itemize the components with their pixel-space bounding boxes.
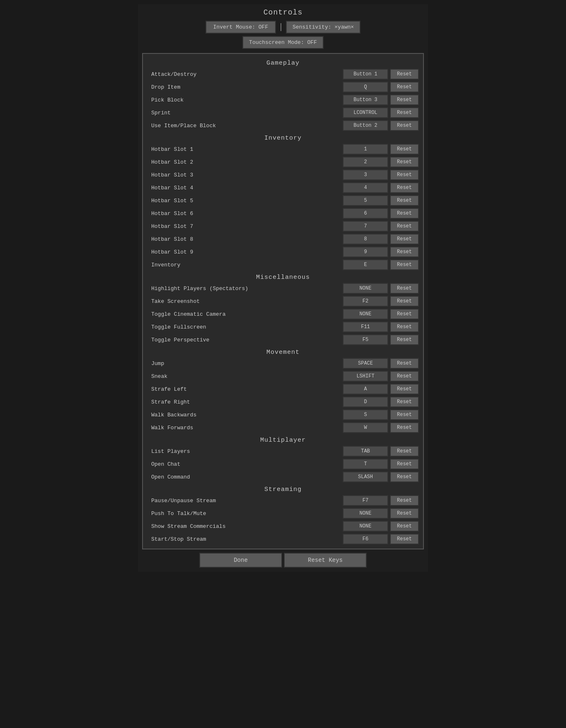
binding-key-stream-commercials[interactable]: NONE: [343, 521, 388, 532]
touchscreen-button[interactable]: Touchscreen Mode: OFF: [242, 36, 324, 49]
binding-row-stream-commercials: Show Stream Commercials NONE Reset: [147, 520, 419, 532]
binding-key-walk-back[interactable]: S: [343, 409, 388, 420]
binding-key-screenshot[interactable]: F2: [343, 296, 388, 307]
binding-label-strafe-left: Strafe Left: [147, 386, 343, 392]
reset-strafe-right[interactable]: Reset: [390, 397, 419, 407]
reset-drop[interactable]: Reset: [390, 82, 419, 92]
reset-push-talk[interactable]: Reset: [390, 508, 419, 519]
reset-keys-button[interactable]: Reset Keys: [284, 553, 367, 568]
binding-row-drop: Drop Item Q Reset: [147, 81, 419, 93]
binding-key-hotbar7[interactable]: 7: [343, 221, 388, 232]
reset-sprint[interactable]: Reset: [390, 107, 419, 118]
binding-label-hotbar9: Hotbar Slot 9: [147, 249, 343, 255]
binding-key-fullscreen[interactable]: F11: [343, 322, 388, 332]
binding-row-hotbar6: Hotbar Slot 6 6 Reset: [147, 208, 419, 219]
binding-label-hotbar6: Hotbar Slot 6: [147, 210, 343, 217]
binding-row-hotbar4: Hotbar Slot 4 4 Reset: [147, 182, 419, 193]
binding-key-strafe-left[interactable]: A: [343, 384, 388, 394]
binding-key-hotbar8[interactable]: 8: [343, 234, 388, 244]
binding-key-useitem[interactable]: Button 2: [343, 120, 388, 131]
binding-row-pick: Pick Block Button 3 Reset: [147, 94, 419, 106]
reset-attack[interactable]: Reset: [390, 69, 419, 80]
invert-mouse-button[interactable]: Invert Mouse: OFF: [206, 21, 276, 34]
binding-key-attack[interactable]: Button 1: [343, 69, 388, 80]
reset-start-stop-stream[interactable]: Reset: [390, 534, 419, 544]
binding-key-hotbar2[interactable]: 2: [343, 157, 388, 167]
binding-row-hotbar1: Hotbar Slot 1 1 Reset: [147, 143, 419, 155]
binding-row-hotbar9: Hotbar Slot 9 9 Reset: [147, 246, 419, 258]
reset-cinematic[interactable]: Reset: [390, 309, 419, 319]
reset-hotbar4[interactable]: Reset: [390, 182, 419, 193]
done-button[interactable]: Done: [199, 553, 282, 568]
binding-key-push-talk[interactable]: NONE: [343, 508, 388, 519]
binding-key-jump[interactable]: SPACE: [343, 358, 388, 369]
reset-pick[interactable]: Reset: [390, 94, 419, 105]
sensitivity-button[interactable]: Sensitivity: ×yawn×: [286, 21, 360, 34]
reset-hotbar2[interactable]: Reset: [390, 157, 419, 167]
reset-walk-back[interactable]: Reset: [390, 409, 419, 420]
binding-row-attack: Attack/Destroy Button 1 Reset: [147, 68, 419, 80]
reset-walk-fwd[interactable]: Reset: [390, 422, 419, 433]
binding-key-open-chat[interactable]: T: [343, 459, 388, 469]
binding-key-hotbar3[interactable]: 3: [343, 169, 388, 180]
binding-row-perspective: Toggle Perspective F5 Reset: [147, 334, 419, 346]
binding-label-start-stop-stream: Start/Stop Stream: [147, 536, 343, 542]
binding-key-hotbar5[interactable]: 5: [343, 195, 388, 206]
reset-hotbar6[interactable]: Reset: [390, 208, 419, 219]
reset-hotbar8[interactable]: Reset: [390, 234, 419, 244]
binding-label-jump: Jump: [147, 360, 343, 367]
reset-hotbar1[interactable]: Reset: [390, 144, 419, 155]
binding-label-drop: Drop Item: [147, 84, 343, 90]
binding-key-perspective[interactable]: F5: [343, 334, 388, 345]
binding-key-hotbar6[interactable]: 6: [343, 208, 388, 219]
reset-hotbar5[interactable]: Reset: [390, 195, 419, 206]
binding-row-strafe-right: Strafe Right D Reset: [147, 396, 419, 408]
reset-strafe-left[interactable]: Reset: [390, 384, 419, 394]
reset-inventory[interactable]: Reset: [390, 259, 419, 270]
binding-key-highlight[interactable]: NONE: [343, 283, 388, 294]
reset-hotbar7[interactable]: Reset: [390, 221, 419, 232]
reset-useitem[interactable]: Reset: [390, 120, 419, 131]
reset-stream-commercials[interactable]: Reset: [390, 521, 419, 532]
binding-label-cinematic: Toggle Cinematic Camera: [147, 311, 343, 317]
bottom-buttons: Done Reset Keys: [142, 553, 424, 568]
reset-highlight[interactable]: Reset: [390, 283, 419, 294]
binding-label-hotbar8: Hotbar Slot 8: [147, 236, 343, 242]
binding-key-sneak[interactable]: LSHIFT: [343, 371, 388, 382]
top-controls-row1: Invert Mouse: OFF | Sensitivity: ×yawn×: [142, 21, 424, 34]
reset-sneak[interactable]: Reset: [390, 371, 419, 382]
bindings-scroll-area[interactable]: Gameplay Attack/Destroy Button 1 Reset D…: [142, 53, 424, 549]
binding-label-hotbar3: Hotbar Slot 3: [147, 172, 343, 178]
section-header-movement: Movement: [147, 349, 419, 356]
binding-key-hotbar9[interactable]: 9: [343, 247, 388, 257]
binding-row-useitem: Use Item/Place Block Button 2 Reset: [147, 120, 419, 131]
reset-hotbar3[interactable]: Reset: [390, 169, 419, 180]
binding-key-pick[interactable]: Button 3: [343, 94, 388, 105]
binding-label-sprint: Sprint: [147, 110, 343, 116]
reset-pause-stream[interactable]: Reset: [390, 495, 419, 506]
reset-perspective[interactable]: Reset: [390, 334, 419, 345]
binding-key-cinematic[interactable]: NONE: [343, 309, 388, 319]
binding-key-strafe-right[interactable]: D: [343, 397, 388, 407]
binding-key-sprint[interactable]: LCONTROL: [343, 107, 388, 118]
reset-open-chat[interactable]: Reset: [390, 459, 419, 469]
binding-key-hotbar4[interactable]: 4: [343, 182, 388, 193]
binding-key-inventory[interactable]: E: [343, 259, 388, 270]
reset-list-players[interactable]: Reset: [390, 446, 419, 457]
binding-key-open-command[interactable]: SLASH: [343, 472, 388, 482]
binding-key-walk-fwd[interactable]: W: [343, 422, 388, 433]
binding-key-drop[interactable]: Q: [343, 82, 388, 92]
binding-key-list-players[interactable]: TAB: [343, 446, 388, 457]
reset-fullscreen[interactable]: Reset: [390, 322, 419, 332]
binding-key-pause-stream[interactable]: F7: [343, 495, 388, 506]
reset-hotbar9[interactable]: Reset: [390, 247, 419, 257]
reset-open-command[interactable]: Reset: [390, 472, 419, 482]
binding-key-start-stop-stream[interactable]: F6: [343, 534, 388, 544]
binding-row-inventory: Inventory E Reset: [147, 259, 419, 271]
binding-row-open-command: Open Command SLASH Reset: [147, 471, 419, 483]
reset-screenshot[interactable]: Reset: [390, 296, 419, 307]
binding-label-hotbar7: Hotbar Slot 7: [147, 223, 343, 230]
binding-label-hotbar1: Hotbar Slot 1: [147, 146, 343, 152]
reset-jump[interactable]: Reset: [390, 358, 419, 369]
binding-key-hotbar1[interactable]: 1: [343, 144, 388, 155]
